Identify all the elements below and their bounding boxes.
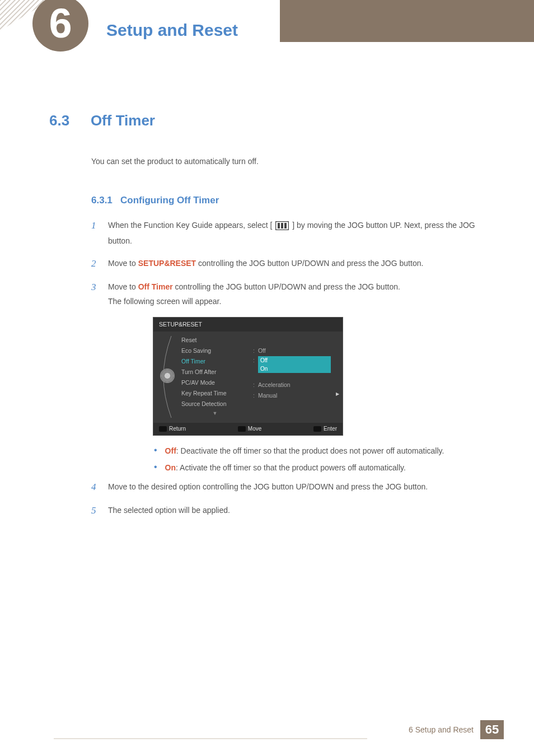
triangle-right-icon: ▶ — [336, 391, 339, 398]
osd-value-off-timer: :Off — [253, 356, 338, 365]
osd-footer-return: Return — [159, 424, 186, 433]
osd-icon-column — [158, 335, 177, 417]
page-footer: 6 Setup and Reset 65 — [409, 720, 504, 739]
bullet-label: On — [165, 463, 176, 472]
osd-body: Reset Eco Saving Off Timer Turn Off Afte… — [153, 332, 343, 423]
step-list: 1 When the Function Key Guide appears, s… — [91, 218, 485, 518]
osd-value-source-detection: :Manual — [253, 390, 338, 401]
osd-item-off-timer: Off Timer — [181, 356, 249, 367]
step-3: 3 Move to Off Timer controlling the JOG … — [91, 279, 485, 309]
svg-rect-3 — [284, 223, 287, 228]
osd-title: SETUP&RESET — [153, 318, 343, 332]
bullet-on: • On: Activate the off timer so that the… — [154, 461, 485, 474]
step-4: 4 Move to the desired option controlling… — [91, 479, 485, 494]
osd-item-source-detection: Source Detection — [181, 399, 249, 409]
svg-rect-1 — [278, 223, 280, 228]
bullet-desc: : Activate the off timer so that the pro… — [176, 463, 406, 472]
svg-rect-2 — [281, 223, 283, 228]
osd-label-column: Reset Eco Saving Off Timer Turn Off Afte… — [181, 335, 249, 417]
step-highlight: Off Timer — [138, 282, 173, 291]
osd-item-turn-off-after: Turn Off After — [181, 367, 249, 377]
osd-item-eco-saving: Eco Saving — [181, 346, 249, 356]
page-number: 65 — [480, 720, 504, 739]
step-number: 3 — [91, 279, 100, 309]
step-number: 4 — [91, 479, 100, 494]
step-text: controlling the JOG button UP/DOWN and p… — [173, 282, 400, 291]
page-content: 6.3 Off Timer You can set the product to… — [0, 42, 534, 518]
bullet-label: Off — [165, 446, 176, 455]
osd-footer-enter: Enter — [313, 424, 337, 433]
osd-panel: SETUP&RESET Reset Eco Saving Off Timer T… — [153, 317, 343, 436]
bullet-text: Off: Deactivate the off timer so that th… — [165, 445, 444, 457]
step-text: Move to — [108, 282, 138, 291]
osd-value-eco: :Off — [253, 346, 338, 356]
osd-value — [253, 373, 338, 380]
step-text: The following screen will appear. — [108, 297, 221, 306]
step-2: 2 Move to SETUP&RESET controlling the JO… — [91, 256, 485, 271]
return-icon — [159, 426, 167, 432]
step-number: 1 — [91, 218, 100, 248]
bullet-text: On: Activate the off timer so that the p… — [165, 461, 406, 474]
osd-value-column: :Off :Off :On :Acceleration :Manual — [253, 335, 338, 417]
menu-icon — [274, 218, 290, 234]
step-body: Move to SETUP&RESET controlling the JOG … — [108, 256, 485, 271]
footer-rule — [54, 738, 367, 739]
osd-item-pc-av-mode: PC/AV Mode — [181, 377, 249, 388]
step-text: controlling the JOG button UP/DOWN and p… — [196, 259, 423, 268]
step-5: 5 The selected option will be applied. — [91, 503, 485, 518]
step-1: 1 When the Function Key Guide appears, s… — [91, 218, 485, 248]
step-body: The selected option will be applied. — [108, 503, 485, 518]
osd-footer-move: Move — [238, 424, 261, 433]
osd-value — [253, 335, 338, 346]
bullet-icon: • — [154, 461, 157, 474]
subsection-heading: 6.3.1 Configuring Off Timer — [91, 193, 485, 208]
step-text: Move to — [108, 259, 138, 268]
option-bullets: • Off: Deactivate the off timer so that … — [154, 445, 485, 474]
step-number: 5 — [91, 503, 100, 518]
page-header: 6 Setup and Reset — [0, 0, 534, 42]
move-icon — [238, 426, 246, 432]
osd-screenshot: SETUP&RESET Reset Eco Saving Off Timer T… — [153, 317, 343, 436]
osd-value-off-timer-on: :On — [253, 365, 338, 373]
gear-icon — [161, 370, 174, 382]
bullet-desc: : Deactivate the off timer so that the p… — [176, 446, 444, 455]
enter-icon — [313, 426, 321, 432]
chapter-title: Setup and Reset — [106, 17, 238, 44]
bullet-off: • Off: Deactivate the off timer so that … — [154, 445, 485, 457]
osd-item-reset: Reset — [181, 335, 249, 346]
subsection-number: 6.3.1 — [91, 195, 113, 206]
step-body: When the Function Key Guide appears, sel… — [108, 218, 485, 248]
section-title: Off Timer — [91, 112, 155, 129]
osd-footer: Return Move Enter — [153, 423, 343, 435]
footer-label: 6 Setup and Reset — [409, 724, 474, 736]
step-highlight: SETUP&RESET — [138, 259, 196, 268]
section-intro: You can set the product to automatically… — [91, 155, 485, 167]
subsection-title: Configuring Off Timer — [120, 195, 219, 206]
bullet-icon: • — [154, 445, 157, 457]
osd-value-key-repeat: :Acceleration — [253, 380, 338, 390]
section-number: 6.3 — [49, 109, 88, 133]
step-body: Move to the desired option controlling t… — [108, 479, 485, 494]
step-body: Move to Off Timer controlling the JOG bu… — [108, 279, 485, 309]
section-heading: 6.3 Off Timer — [49, 109, 485, 133]
chevron-down-icon: ▼ — [181, 409, 249, 417]
step-text: When the Function Key Guide appears, sel… — [108, 221, 272, 230]
step-number: 2 — [91, 256, 100, 271]
osd-item-key-repeat-time: Key Repeat Time — [181, 388, 249, 399]
